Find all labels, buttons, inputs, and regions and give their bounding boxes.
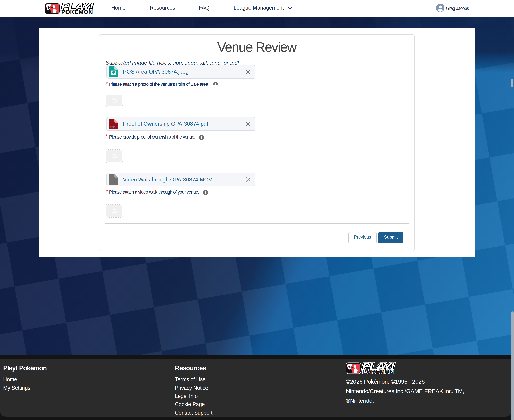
svg-text:POKÉMON: POKÉMON [362, 368, 394, 374]
svg-text:POKÉMON: POKÉMON [61, 9, 93, 15]
